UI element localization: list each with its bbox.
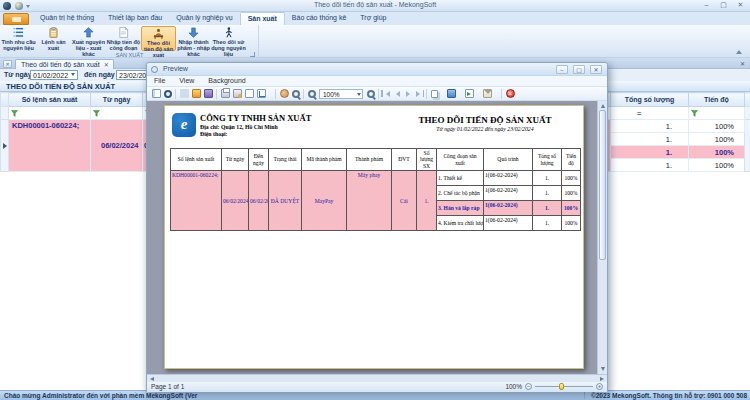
hand-tool-icon[interactable] — [280, 89, 289, 98]
preview-close-button[interactable] — [590, 65, 602, 74]
menu-file[interactable]: File — [147, 76, 172, 86]
file-menu-button[interactable] — [3, 13, 29, 25]
tab-close-icon[interactable] — [104, 62, 109, 68]
btn-lenh-san-xuat[interactable]: Lệnh sản xuất — [36, 26, 71, 51]
close-preview-icon[interactable] — [506, 89, 515, 98]
menu-background[interactable]: Background — [201, 76, 252, 86]
zoom-slider-knob[interactable] — [559, 383, 564, 390]
scroll-thumb[interactable] — [599, 110, 606, 260]
scroll-up-icon[interactable] — [601, 104, 605, 108]
multipage-icon[interactable] — [431, 90, 438, 98]
close-button[interactable] — [735, 1, 746, 10]
col-tien-do[interactable]: Tiến độ — [689, 93, 745, 107]
btn-nhap-thanh-pham[interactable]: Nhập thành phẩm - nhập khác — [176, 26, 211, 51]
zoom-in-icon[interactable] — [367, 90, 375, 98]
btn-tinh-nhu-cau-nguyen-lieu[interactable]: Tính nhu cầu nguyên liệu — [1, 26, 36, 51]
ribbon-button-label: Tính nhu cầu nguyên liệu — [1, 39, 36, 51]
zoom-out-icon[interactable] — [308, 90, 316, 98]
cell-progress[interactable]: 100% — [689, 133, 745, 146]
col-tong-so-luong[interactable]: Tổng số lượng — [611, 93, 689, 107]
first-page-icon[interactable] — [386, 91, 390, 97]
page-setup-icon[interactable] — [245, 89, 254, 98]
rpt-den-ngay: 06/02/2024 — [249, 171, 269, 231]
scroll-left-icon[interactable] — [150, 377, 154, 381]
cell-qty[interactable]: 1. — [611, 133, 689, 146]
page-icon — [118, 27, 129, 38]
cell-tu-ngay[interactable]: 06/02/2024 — [91, 120, 143, 172]
preview-minimize-button[interactable] — [556, 65, 568, 74]
cell-qty[interactable]: 1. — [611, 146, 689, 159]
first-page-icon[interactable] — [381, 90, 383, 97]
cell-qty[interactable]: 1. — [611, 159, 689, 172]
report-title: THEO DÕI TIẾN ĐỘ SẢN XUẤT — [390, 115, 580, 125]
tab-quan-ly-nghiep-vu[interactable]: Quản lý nghiệp vụ — [169, 12, 239, 25]
cell-so-lenh[interactable]: KDH00001-060224; — [9, 120, 91, 172]
export-icon[interactable] — [465, 89, 474, 98]
document-tab-active[interactable]: Theo dõi tiến độ sản xuất — [15, 59, 114, 69]
scroll-right-icon[interactable] — [600, 377, 604, 381]
desk-icon — [153, 28, 164, 39]
search-icon[interactable] — [164, 90, 172, 98]
print-icon[interactable] — [221, 89, 230, 98]
zoom-slider[interactable] — [535, 386, 593, 387]
ribbon-button-label: Lệnh sản xuất — [36, 39, 71, 51]
btn-theo-doi-tien-do-san-xuat[interactable]: Theo dõi tiến độ sản xuất — [141, 26, 176, 51]
tab-thiet-lap-ban-dau[interactable]: Thiết lập ban đầu — [101, 12, 169, 25]
next-page-icon[interactable] — [406, 91, 410, 97]
filter-cell-tien-do[interactable] — [689, 107, 745, 120]
document-map-icon[interactable] — [152, 89, 161, 98]
cell-progress[interactable]: 100% — [689, 146, 745, 159]
maximize-button[interactable] — [718, 1, 729, 10]
zoom-in-button[interactable]: + — [596, 383, 603, 390]
col-so-lenh-san-xuat[interactable]: Số lệnh sản xuất — [9, 93, 91, 107]
btn-theo-doi-su-dung-nguyen-lieu[interactable]: Theo dõi sử dụng nguyên liệu — [211, 26, 246, 51]
magnifier-icon[interactable] — [292, 90, 300, 98]
preview-vertical-scrollbar[interactable] — [597, 101, 607, 374]
cell-progress[interactable]: 100% — [689, 120, 745, 133]
zoom-out-button[interactable]: − — [525, 383, 532, 390]
preview-title-bar[interactable]: Preview — [147, 63, 607, 76]
cell-qty[interactable]: 1. — [611, 120, 689, 133]
preview-horizontal-scrollbar[interactable] — [147, 374, 607, 382]
filter-cell-tong-so-luong[interactable]: = — [611, 107, 689, 120]
from-date-dropdown-icon[interactable] — [71, 73, 75, 76]
dialog-launcher-icon[interactable] — [250, 52, 255, 57]
menu-view[interactable]: View — [172, 76, 201, 86]
rpt-dvt: Cái — [392, 171, 417, 231]
last-page-icon[interactable] — [423, 90, 425, 97]
btn-nhap-tien-do-cong-doan[interactable]: Nhập tiến độ công đoạn — [106, 26, 141, 51]
current-row-arrow-icon — [3, 143, 7, 149]
preview-menu-bar: File View Background — [147, 76, 607, 87]
tab-bao-cao-thong-ke[interactable]: Báo cáo thống kê — [285, 12, 354, 25]
cell-progress[interactable]: 100% — [689, 159, 745, 172]
open-icon[interactable] — [192, 89, 201, 98]
filter-cell-tu-ngay[interactable] — [91, 107, 143, 120]
status-copyright-text: ©2023 MekongSoft. Thông tin hỗ trợ: 0901… — [584, 392, 747, 399]
last-page-icon[interactable] — [416, 91, 420, 97]
report-table: Số lệnh sản xuấtTừ ngày Đến ngàyTrạng th… — [170, 148, 581, 231]
customize-icon[interactable] — [180, 89, 189, 98]
tab-tro-giup[interactable]: Trợ giúp — [353, 12, 393, 25]
scale-icon[interactable] — [257, 89, 266, 98]
print-options-icon[interactable] — [233, 89, 242, 98]
page-color-icon[interactable] — [447, 89, 456, 98]
zoom-combo[interactable]: 100% — [319, 89, 363, 99]
zoom-dropdown-icon[interactable] — [357, 93, 361, 96]
prev-page-icon[interactable] — [396, 91, 400, 97]
preview-maximize-button[interactable] — [573, 65, 585, 74]
tab-san-xuat[interactable]: Sản xuất — [240, 12, 285, 25]
save-icon[interactable] — [204, 89, 213, 98]
btn-xuat-nguyen-lieu[interactable]: Xuất nguyên liệu - xuất khác — [71, 26, 106, 51]
tab-list-button[interactable] — [3, 60, 12, 68]
scroll-down-icon[interactable] — [601, 367, 605, 371]
send-icon[interactable] — [483, 89, 492, 98]
filter-cell-so-lenh[interactable] — [9, 107, 91, 120]
minimize-button[interactable] — [701, 1, 712, 10]
tab-quan-tri-he-thong[interactable]: Quản trị hệ thống — [33, 12, 101, 25]
ribbon-collapse-icon[interactable] — [736, 50, 742, 54]
zoom-value: 100% — [323, 91, 340, 98]
rpt-ma-thanh-pham: MayPay — [302, 171, 347, 231]
person-icon — [223, 27, 234, 38]
tabbar-close-icon[interactable] — [740, 60, 745, 67]
col-tu-ngay[interactable]: Từ ngày — [91, 93, 143, 107]
